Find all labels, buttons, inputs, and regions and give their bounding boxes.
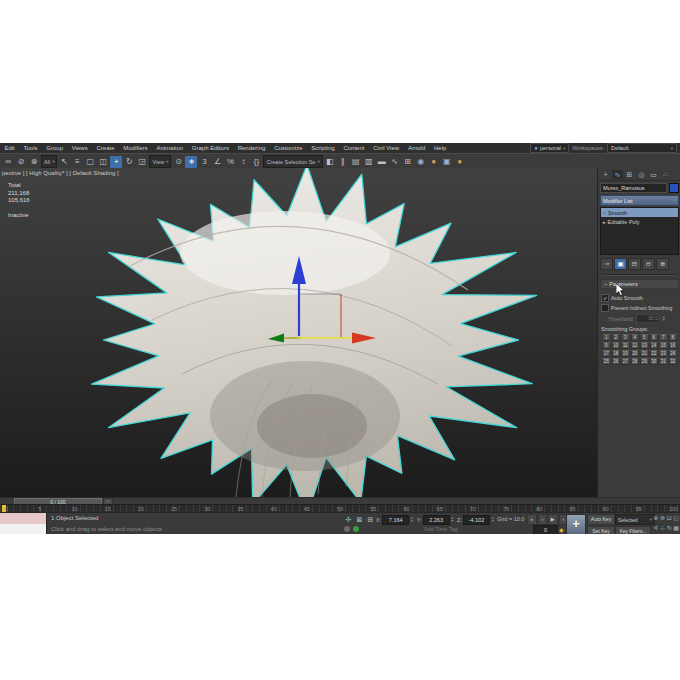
percent-snap-icon[interactable]: % [224,156,236,168]
smoothing-group-18[interactable]: 18 [612,350,621,357]
smoothing-group-13[interactable]: 13 [640,342,649,349]
viewport[interactable]: pective ] [ High Quality* ] [ Default Sh… [0,168,597,497]
smoothing-group-12[interactable]: 12 [631,342,640,349]
render-setup-icon[interactable]: ● [428,156,440,168]
rectangular-selection-region-icon[interactable]: ▢ [84,156,96,168]
smoothing-group-8[interactable]: 8 [669,334,678,341]
select-and-scale-icon[interactable]: ◲ [136,156,148,168]
play-button[interactable]: ▶ [548,514,558,525]
current-frame-field[interactable]: 0 [533,525,558,534]
x-field[interactable]: 7.164 [382,515,409,525]
viewport-label[interactable]: pective ] [ High Quality* ] [ Default Sh… [2,170,119,176]
x-spinner[interactable]: ▲▼ [410,517,413,523]
menu-graph-editors[interactable]: Graph Editors [187,145,233,151]
zoom-icon[interactable]: ⊕ [653,514,659,523]
window-crossing-icon[interactable]: ◫ [97,156,109,168]
threshold-spinner[interactable]: ▲▼ [662,316,665,322]
create-tab-icon[interactable]: + [600,170,611,179]
utilities-tab-icon[interactable]: ∴ [660,170,671,179]
select-and-rotate-icon[interactable]: ↻ [123,156,135,168]
motion-tab-icon[interactable]: ◎ [636,170,647,179]
select-and-link-icon[interactable]: ∞ [2,156,14,168]
select-by-name-icon[interactable]: ≡ [71,156,83,168]
smoothing-group-6[interactable]: 6 [650,334,659,341]
modifier-editable-poly[interactable]: ▸Editable Poly [601,217,678,226]
account-dropdown[interactable]: ● personal ▾ [530,143,569,153]
smoothing-group-1[interactable]: 1 [602,334,611,341]
animate-indicator-icon[interactable] [353,526,359,532]
schematic-view-icon[interactable]: ⊞ [402,156,414,168]
menu-content[interactable]: Content [339,145,369,151]
z-spinner[interactable]: ▲▼ [491,517,494,523]
menu-arnold[interactable]: Arnold [403,145,429,151]
bind-to-space-warp-icon[interactable]: ⊗ [28,156,40,168]
smoothing-group-32[interactable]: 32 [669,358,678,365]
zoom-region-icon[interactable]: ◱ [673,514,679,523]
spinner-snap-icon[interactable]: ↕ [237,156,249,168]
prevent-indirect-checkbox[interactable] [601,304,609,312]
smoothing-group-16[interactable]: 16 [669,342,678,349]
menu-create[interactable]: Create [92,145,119,151]
transform-gizmo-toggle-icon[interactable]: ✣ [344,515,353,524]
key-mode-icon[interactable]: ◆ [559,526,564,533]
selection-filter-dropdown[interactable]: All▾ [41,155,57,168]
smoothing-group-29[interactable]: 29 [640,358,649,365]
smoothing-group-31[interactable]: 31 [659,358,668,365]
create-key-button[interactable]: + [566,514,586,534]
menu-group[interactable]: Group [42,145,67,151]
material-editor-icon[interactable]: ◉ [415,156,427,168]
smoothing-group-27[interactable]: 27 [621,358,630,365]
smoothing-group-10[interactable]: 10 [612,342,621,349]
hierarchy-tab-icon[interactable]: ⊞ [624,170,635,179]
menu-views[interactable]: Views [67,145,92,151]
menu-animation[interactable]: Animation [152,145,187,151]
auto-smooth-checkbox[interactable]: ✓ [601,294,609,302]
mirror-icon[interactable]: ◧ [324,156,336,168]
toggle-scene-explorer-icon[interactable]: ▤ [350,156,362,168]
make-unique-icon[interactable]: ⊟ [628,258,641,270]
object-name-field[interactable]: Murex_Ramosus [600,183,667,193]
smoothing-group-7[interactable]: 7 [659,334,668,341]
maximize-viewport-icon[interactable]: ▦ [673,524,679,533]
y-field[interactable]: 2.263 [423,515,450,525]
toggle-layer-explorer-icon[interactable]: ▥ [363,156,375,168]
menu-tools[interactable]: Tools [19,145,42,151]
maxscript-mini-listener[interactable] [0,524,47,534]
smoothing-group-22[interactable]: 22 [650,350,659,357]
select-and-move-icon[interactable]: + [110,156,122,168]
isolate-selection-icon[interactable] [344,526,350,532]
smoothing-group-4[interactable]: 4 [631,334,640,341]
object-color-swatch[interactable] [669,183,679,193]
toggle-ribbon-icon[interactable]: ▬ [376,156,388,168]
smoothing-group-14[interactable]: 14 [650,342,659,349]
remove-modifier-icon[interactable]: ⊖ [642,258,655,270]
key-filters-button[interactable]: Key Filters... [615,526,651,534]
smoothing-group-20[interactable]: 20 [631,350,640,357]
smoothing-group-9[interactable]: 9 [602,342,611,349]
menu-rendering[interactable]: Rendering [233,145,269,151]
add-time-tag[interactable]: Add Time Tag [424,526,458,532]
reference-coordinate-dropdown[interactable]: View▾ [149,155,171,168]
align-icon[interactable]: ∥ [337,156,349,168]
select-and-manipulate-icon[interactable]: ∗ [185,156,197,168]
smoothing-group-19[interactable]: 19 [621,350,630,357]
auto-key-button[interactable]: Auto Key [587,514,615,525]
smoothing-group-30[interactable]: 30 [650,358,659,365]
y-spinner[interactable]: ▲▼ [451,517,454,523]
menu-modifiers[interactable]: Modifiers [119,145,152,151]
modify-tab-icon[interactable]: ∿ [612,170,623,179]
smoothing-group-11[interactable]: 11 [621,342,630,349]
set-key-button[interactable]: Set Key [587,526,615,534]
go-to-start-button[interactable]: « [527,514,537,525]
smoothing-group-23[interactable]: 23 [659,350,668,357]
previous-frame-button[interactable]: ‹ [538,514,548,525]
modifier-smooth[interactable]: ○Smooth [601,208,678,217]
smoothing-group-28[interactable]: 28 [631,358,640,365]
smoothing-group-25[interactable]: 25 [602,358,611,365]
selection-lock-icon[interactable]: ⊠ [355,515,364,524]
smoothing-group-15[interactable]: 15 [659,342,668,349]
snaps-toggle-icon[interactable]: 3 [198,156,210,168]
select-object-icon[interactable]: ↖ [58,156,70,168]
smoothing-group-26[interactable]: 26 [612,358,621,365]
threshold-field[interactable]: 30.0 [636,314,660,323]
